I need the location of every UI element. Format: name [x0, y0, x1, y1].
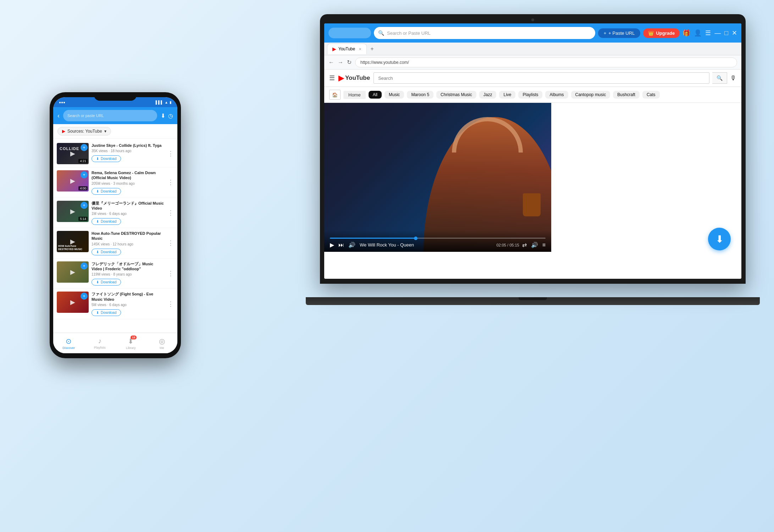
- download-label-0: Download: [101, 157, 116, 161]
- chip-bushcraft[interactable]: Bushcraft: [613, 91, 640, 99]
- video-controls: ▶ ⏭ 🔊 We Will Rock You - Queen 02:05 / 0…: [324, 231, 551, 252]
- account-icon[interactable]: 👤: [694, 29, 702, 37]
- list-item: ▶ + 4:21 COLLIDE Justine Skye - Collide …: [53, 140, 177, 167]
- minimize-icon[interactable]: —: [714, 29, 721, 37]
- nav-item-me[interactable]: ◎ Me: [146, 335, 178, 352]
- menu-icon[interactable]: ☰: [705, 29, 711, 37]
- shuffle-icon[interactable]: ⇄: [522, 242, 527, 248]
- video-info-1: Rema, Selena Gomez - Calm Down (Official…: [92, 170, 165, 195]
- home-label[interactable]: Home: [343, 91, 366, 99]
- video-meta-2: 1M views · 6 days ago: [92, 212, 165, 216]
- duration-1: 4:00: [78, 186, 88, 190]
- tab-close-icon[interactable]: ✕: [359, 47, 361, 51]
- address-input[interactable]: [355, 57, 737, 67]
- home-button[interactable]: 🏠: [329, 90, 341, 100]
- chip-music[interactable]: Music: [385, 91, 404, 99]
- status-icons: ▌▌▌ ▲ ▮: [156, 100, 172, 104]
- nav-item-library[interactable]: ⬇ 15 Library: [115, 335, 146, 352]
- nav-item-playlists[interactable]: ♪ Playlists: [84, 335, 116, 351]
- add-icon-0[interactable]: +: [81, 144, 88, 151]
- upgrade-button[interactable]: 👑 Upgrade: [643, 28, 680, 38]
- download-button-2[interactable]: ⬇ Download: [92, 218, 121, 225]
- add-icon-4[interactable]: +: [81, 262, 88, 270]
- yt-search-button[interactable]: 🔍: [712, 72, 727, 84]
- chip-cantopop[interactable]: Cantopop music: [571, 91, 610, 99]
- download-button-5[interactable]: ⬇ Download: [92, 309, 121, 316]
- more-icon-5[interactable]: ⋮: [167, 300, 174, 308]
- chip-playlists[interactable]: Playlists: [518, 91, 542, 99]
- download-fab-button[interactable]: ⬇: [708, 228, 731, 250]
- phone-bottom-nav: ⊙ Discover ♪ Playlists ⬇ 15 Library ◎ Me: [53, 333, 177, 353]
- download-button-4[interactable]: ⬇ Download: [92, 279, 121, 286]
- yt-hamburger-icon[interactable]: ☰: [329, 74, 335, 82]
- chip-live[interactable]: Live: [499, 91, 515, 99]
- more-icon-2[interactable]: ⋮: [167, 209, 174, 217]
- chip-jazz[interactable]: Jazz: [479, 91, 497, 99]
- video-title-3: How Auto-Tune DESTROYED Popular Music: [92, 231, 165, 241]
- volume-button[interactable]: 🔊: [348, 242, 355, 248]
- add-icon-1[interactable]: +: [81, 171, 88, 178]
- progress-bar[interactable]: [330, 238, 546, 239]
- phone-search-bar[interactable]: Search or paste URL: [63, 110, 157, 121]
- phone-history-icon[interactable]: ◷: [168, 112, 173, 119]
- play-button[interactable]: ▶: [330, 242, 334, 248]
- progress-dot: [414, 237, 418, 240]
- nav-item-discover[interactable]: ⊙ Discover: [53, 335, 84, 352]
- add-icon-2[interactable]: +: [81, 202, 88, 209]
- video-meta-5: 5M views · 6 days ago: [92, 303, 165, 307]
- video-info-3: How Auto-Tune DESTROYED Popular Music 14…: [92, 231, 165, 255]
- more-icon-3[interactable]: ⋮: [167, 239, 174, 247]
- paste-url-icon: +: [604, 31, 607, 36]
- me-icon: ◎: [159, 337, 165, 345]
- me-label: Me: [160, 346, 164, 350]
- more-icon-0[interactable]: ⋮: [167, 150, 174, 157]
- download-button-3[interactable]: ⬇ Download: [92, 249, 121, 255]
- back-button[interactable]: ←: [328, 59, 334, 66]
- download-icon-2: ⬇: [96, 220, 99, 223]
- yt-search-input[interactable]: [374, 72, 709, 84]
- sources-bar: ▶ Sources: YouTube ▾: [53, 124, 177, 139]
- chip-albums[interactable]: Albums: [545, 91, 568, 99]
- tab-title: YouTube: [338, 46, 355, 51]
- more-icon-1[interactable]: ⋮: [167, 178, 174, 186]
- new-tab-button[interactable]: +: [368, 46, 376, 52]
- chip-cats[interactable]: Cats: [642, 91, 660, 99]
- search-bar-top[interactable]: 🔍 Search or Paste URL: [374, 27, 595, 39]
- gift-icon[interactable]: 🎁: [682, 29, 690, 37]
- forward-button[interactable]: →: [338, 59, 343, 66]
- paste-url-button[interactable]: + + Paste URL: [598, 28, 641, 38]
- more-icon-4[interactable]: ⋮: [167, 270, 174, 277]
- browser-tabbar: ▶ YouTube ✕ +: [324, 43, 741, 55]
- video-player[interactable]: ▶ ⏭ 🔊 We Will Rock You - Queen 02:05 / 0…: [324, 103, 551, 252]
- video-list: ▶ + 4:21 COLLIDE Justine Skye - Collide …: [53, 139, 177, 333]
- sources-dropdown[interactable]: ▶ Sources: YouTube ▾: [57, 127, 111, 135]
- phone-screen: ●●● ▌▌▌ ▲ ▮ ‹ Search or paste URL ⬇ ◷: [53, 97, 177, 353]
- phone-back-button[interactable]: ‹: [57, 112, 60, 120]
- reload-button[interactable]: ↻: [347, 59, 352, 66]
- dropdown-chevron-icon: ▾: [104, 129, 106, 134]
- volume-icon[interactable]: 🔊: [531, 242, 538, 248]
- phone-download-icon[interactable]: ⬇: [161, 112, 165, 119]
- add-icon-5[interactable]: +: [81, 293, 88, 300]
- video-title-5: ファイトソング (Fight Song) - Eve Music Video: [92, 292, 165, 302]
- video-title-text: We Will Rock You - Queen: [360, 242, 414, 248]
- youtube-tab-icon: ▶: [332, 46, 336, 52]
- chip-maroon5[interactable]: Maroon 5: [407, 91, 433, 99]
- video-meta-0: 35K views · 18 hours ago: [92, 149, 165, 153]
- download-label-2: Download: [101, 220, 116, 223]
- yt-mic-icon[interactable]: 🎙: [730, 74, 736, 82]
- video-thumbnail: [324, 103, 551, 252]
- video-meta-4: 119M views · 8 years ago: [92, 272, 165, 276]
- chip-all[interactable]: All: [369, 91, 382, 99]
- youtube-logo-icon: ▶: [338, 74, 344, 82]
- chip-christmas[interactable]: Christmas Music: [436, 91, 476, 99]
- youtube-tab[interactable]: ▶ YouTube ✕: [327, 44, 367, 54]
- download-button-1[interactable]: ⬇ Download: [92, 188, 121, 195]
- close-icon[interactable]: ✕: [732, 29, 737, 37]
- video-thumb-4: ▶ +: [57, 261, 89, 283]
- status-time: ●●●: [59, 100, 65, 104]
- maximize-icon[interactable]: □: [724, 29, 728, 37]
- queue-icon[interactable]: ≡: [542, 242, 546, 248]
- skip-button[interactable]: ⏭: [338, 242, 344, 248]
- download-button-0[interactable]: ⬇ Download: [92, 155, 121, 162]
